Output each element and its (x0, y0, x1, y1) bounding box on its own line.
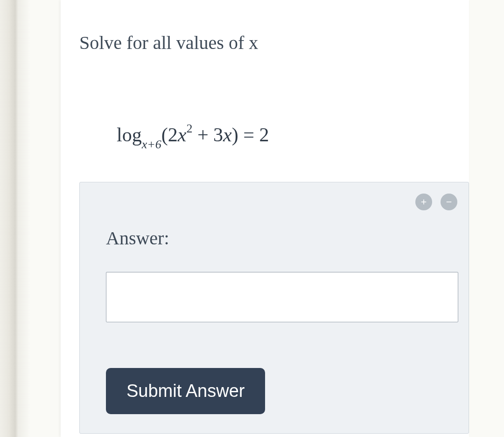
answer-panel: Answer: Submit Answer (79, 182, 469, 434)
answer-input[interactable] (106, 272, 458, 322)
content-card: Solve for all values of x logx+6(2x2 + 3… (61, 0, 469, 437)
zoom-out-button[interactable] (441, 194, 457, 210)
submit-answer-button[interactable]: Submit Answer (106, 368, 265, 414)
page-background: Solve for all values of x logx+6(2x2 + 3… (0, 0, 504, 437)
equation: logx+6(2x2 + 3x) = 2 (117, 124, 269, 149)
zoom-in-button[interactable] (415, 194, 432, 210)
question-prompt: Solve for all values of x (79, 32, 258, 54)
answer-label: Answer: (106, 227, 169, 249)
minus-icon (445, 198, 453, 206)
plus-icon (420, 198, 428, 206)
page-left-shadow (0, 0, 30, 437)
zoom-controls (415, 194, 457, 210)
